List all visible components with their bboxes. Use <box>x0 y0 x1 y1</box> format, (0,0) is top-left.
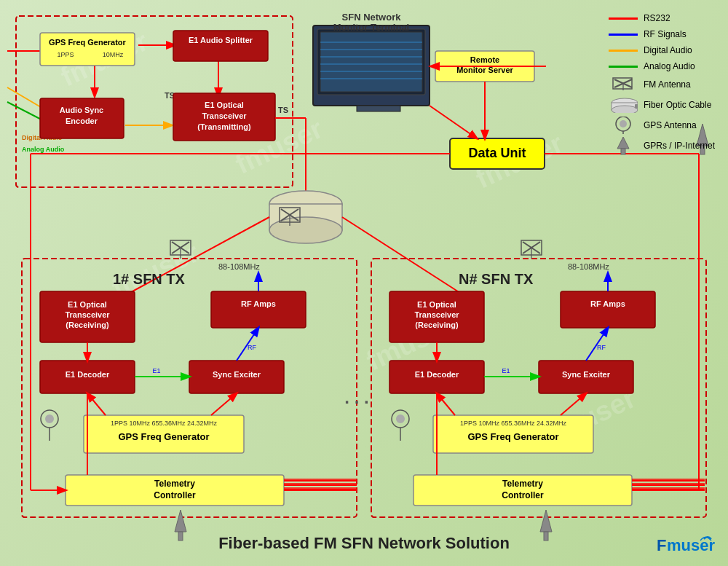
svg-line-118 <box>172 242 189 253</box>
svg-text:RF: RF <box>597 344 606 351</box>
svg-rect-21 <box>357 106 400 111</box>
svg-text:Monitor Server: Monitor Server <box>456 66 513 74</box>
svg-text:Data Unit: Data Unit <box>468 146 526 160</box>
svg-rect-73 <box>414 475 632 506</box>
main-title: Fiber-based FM SFN Network Solution <box>218 534 510 553</box>
svg-line-93 <box>7 102 57 127</box>
svg-line-52 <box>237 328 258 361</box>
svg-text:TS: TS <box>165 91 175 100</box>
gprs-symbol <box>609 138 638 153</box>
svg-text:GPS Freq Generator: GPS Freq Generator <box>468 431 559 442</box>
svg-rect-46 <box>66 475 284 506</box>
svg-point-7 <box>269 191 342 217</box>
legend-analog: Analog Audio <box>609 61 715 71</box>
svg-point-165 <box>620 120 627 127</box>
svg-rect-12 <box>313 25 430 106</box>
svg-text:N# SFN TX: N# SFN TX <box>459 271 534 287</box>
svg-line-11 <box>342 217 480 306</box>
svg-rect-115 <box>280 208 300 222</box>
watermark: fmuser <box>362 310 459 377</box>
svg-line-56 <box>211 393 237 415</box>
svg-text:· · ·: · · · <box>344 392 368 412</box>
svg-line-117 <box>172 242 189 253</box>
diagram: fmuser fmuser fmuser fmuser fmuser fmuse… <box>0 0 728 566</box>
svg-text:Audio Sync: Audio Sync <box>60 106 104 114</box>
svg-rect-33 <box>40 291 135 342</box>
rf-label: RF Signals <box>644 29 687 39</box>
svg-rect-131 <box>178 532 183 541</box>
svg-rect-39 <box>40 361 135 393</box>
svg-text:Telemetry: Telemetry <box>154 479 195 489</box>
svg-line-122 <box>523 242 540 253</box>
rs232-line <box>609 17 638 20</box>
analog-label: Analog Audio <box>644 61 695 71</box>
svg-point-126 <box>45 414 54 423</box>
svg-marker-132 <box>540 510 552 532</box>
svg-text:1PPS  10MHz    655.36MHz   24.: 1PPS 10MHz 655.36MHz 24.32MHz <box>111 420 218 427</box>
legend-rs232: RS232 <box>609 13 715 23</box>
watermark: fmuser <box>56 25 153 93</box>
gps-label: GPS Antenna <box>644 120 697 130</box>
svg-text:Remote: Remote <box>470 55 499 64</box>
svg-point-124 <box>41 410 58 428</box>
svg-text:E1 Optical: E1 Optical <box>205 101 244 109</box>
svg-rect-163 <box>635 104 638 109</box>
svg-text:1# SFN TX: 1# SFN TX <box>113 271 186 287</box>
svg-text:1PPS  10MHz    655.36MHz   24.: 1PPS 10MHz 655.36MHz 24.32MHz <box>460 420 567 427</box>
svg-rect-8 <box>269 204 342 230</box>
svg-rect-105 <box>40 98 124 138</box>
gprs-label: GPRs / IP-Internet <box>644 141 715 151</box>
fiber-symbol <box>609 98 638 112</box>
svg-rect-103 <box>173 31 268 61</box>
svg-rect-66 <box>389 361 484 393</box>
svg-rect-41 <box>189 361 284 393</box>
svg-text:Digital Audio: Digital Audio <box>22 134 63 141</box>
fm-antenna-label: FM Antenna <box>644 79 691 90</box>
svg-text:F: F <box>657 536 666 554</box>
watermark: fmuser <box>107 237 204 304</box>
fm-antenna-symbol <box>609 77 638 92</box>
rs232-label: RS232 <box>644 13 670 23</box>
fmuser-logo: F muser <box>657 533 715 559</box>
svg-rect-119 <box>170 240 191 255</box>
svg-text:88-108MHz: 88-108MHz <box>218 262 260 271</box>
svg-line-30 <box>430 106 477 138</box>
svg-rect-32 <box>22 259 357 517</box>
legend-gps: GPS Antenna <box>609 118 715 133</box>
svg-rect-70 <box>433 415 593 453</box>
svg-text:RF: RF <box>248 344 256 351</box>
svg-text:Analog Audio: Analog Audio <box>22 146 65 153</box>
svg-point-129 <box>396 414 405 423</box>
analog-line <box>609 66 638 68</box>
svg-rect-59 <box>371 259 706 517</box>
legend-digital: Digital Audio <box>609 45 715 55</box>
svg-text:GPS Freq Generator: GPS Freq Generator <box>49 38 126 47</box>
svg-text:Transceiver: Transceiver <box>414 310 459 319</box>
svg-rect-14 <box>320 32 422 92</box>
svg-text:E1 Decoder: E1 Decoder <box>66 370 110 379</box>
svg-text:muser: muser <box>667 536 715 554</box>
svg-text:1PPS: 1PPS <box>57 51 74 58</box>
svg-rect-43 <box>84 415 244 453</box>
legend-rf: RF Signals <box>609 29 715 39</box>
svg-text:SFN Network: SFN Network <box>342 12 402 23</box>
svg-text:E1 Optical: E1 Optical <box>417 300 456 309</box>
fiber-label: Fiber Optic Cable <box>644 100 711 110</box>
svg-text:Controller: Controller <box>502 490 544 500</box>
digital-label: Digital Audio <box>644 45 692 55</box>
svg-line-121 <box>523 242 540 253</box>
svg-point-127 <box>392 410 409 428</box>
svg-text:Encoder: Encoder <box>66 117 98 125</box>
svg-rect-37 <box>211 291 306 328</box>
svg-text:(Receiving): (Receiving) <box>66 321 109 329</box>
svg-text:10MHz: 10MHz <box>103 51 124 58</box>
svg-rect-99 <box>40 33 135 66</box>
svg-text:Telemetry: Telemetry <box>502 479 543 489</box>
svg-rect-108 <box>173 93 275 141</box>
svg-rect-24 <box>435 51 534 82</box>
svg-rect-0 <box>16 16 293 187</box>
digital-line <box>609 50 638 52</box>
svg-text:RF Amps: RF Amps <box>590 299 625 308</box>
svg-text:RF Amps: RF Amps <box>241 299 276 308</box>
svg-line-83 <box>561 393 586 415</box>
